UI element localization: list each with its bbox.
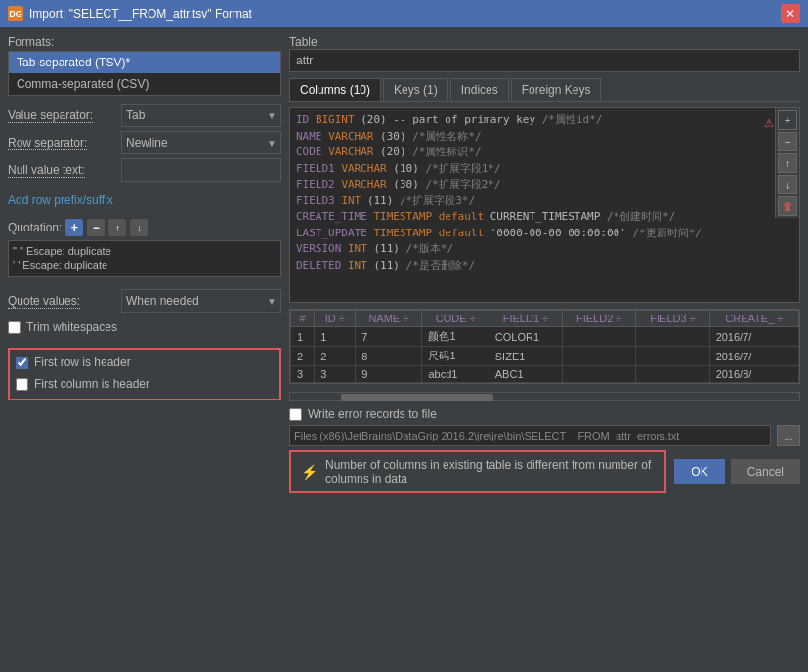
horizontal-scrollbar[interactable] xyxy=(289,392,800,401)
move-up-btn[interactable]: ↑ xyxy=(778,153,797,173)
quote-values-label: Quote values: xyxy=(8,294,115,308)
lightning-icon: ⚡ xyxy=(301,464,318,480)
cell: SIZE1 xyxy=(489,347,562,366)
cell: 2016/8/ xyxy=(709,366,798,383)
remove-column-btn[interactable]: − xyxy=(778,132,797,151)
chevron-down-icon: ▼ xyxy=(267,138,276,148)
sql-line-7: CREATE_TIME TIMESTAMP default CURRENT_TI… xyxy=(296,209,793,226)
warning-text: Number of columns in existing table is d… xyxy=(325,458,655,485)
null-value-input[interactable] xyxy=(121,158,281,182)
quotation-up-btn[interactable]: ↑ xyxy=(108,219,126,236)
preview-table-container: # ID ÷ NAME ÷ CODE ÷ FIELD1 ÷ FIELD2 ÷ F… xyxy=(289,309,800,384)
scrollbar-thumb xyxy=(341,394,493,401)
browse-btn[interactable]: ... xyxy=(777,425,800,446)
quotation-row-1: " " Escape: duplicate xyxy=(13,245,276,257)
cell: 9 xyxy=(356,366,422,383)
sql-line-4: FIELD1 VARCHAR (10) /*扩展字段1*/ xyxy=(296,161,793,178)
write-error-label: Write error records to file xyxy=(308,407,437,421)
sql-line-10: DELETED INT (11) /*是否删除*/ xyxy=(296,258,793,274)
cell: 7 xyxy=(356,327,422,347)
row-separator-label: Row separator: xyxy=(8,136,115,149)
tab-foreign-keys[interactable]: Foreign Keys xyxy=(511,78,602,101)
quotation-minus-btn[interactable]: − xyxy=(87,219,105,236)
table-name-input[interactable] xyxy=(289,49,800,72)
quotation-label: Quotation: xyxy=(8,221,62,234)
add-column-btn[interactable]: + xyxy=(778,110,797,130)
preview-table: # ID ÷ NAME ÷ CODE ÷ FIELD1 ÷ FIELD2 ÷ F… xyxy=(290,310,799,383)
cell xyxy=(563,366,636,383)
table-row: 2 2 8 尺码1 SIZE1 2016/7/ xyxy=(291,347,799,366)
quotation-header: Quotation: + − ↑ ↓ xyxy=(8,219,281,236)
move-down-btn[interactable]: ↓ xyxy=(778,175,797,194)
first-col-header-label: First column is header xyxy=(34,377,149,391)
titlebar-left: DG Import: "SELECT__FROM_attr.tsv" Forma… xyxy=(8,6,252,21)
first-col-header-checkbox[interactable] xyxy=(16,378,28,391)
sql-line-6: FIELD3 INT (11) /*扩展字段3*/ xyxy=(296,193,793,210)
cell xyxy=(636,366,709,383)
titlebar-title: Import: "SELECT__FROM_attr.tsv" Format xyxy=(29,7,252,21)
table-row: 3 3 9 abcd1 ABC1 2016/8/ xyxy=(291,366,799,383)
sql-line-3: CODE VARCHAR (20) /*属性标识*/ xyxy=(296,145,793,161)
cell xyxy=(563,347,636,366)
col-header-field3: FIELD3 ÷ xyxy=(636,311,709,327)
trim-whitespaces-row: Trim whitespaces xyxy=(8,320,281,334)
table-label: Table: xyxy=(289,35,800,49)
write-error-row: Write error records to file xyxy=(289,407,800,421)
first-row-header-row: First row is header xyxy=(16,356,274,369)
quote-values-select[interactable]: When needed ▼ xyxy=(121,289,281,313)
cancel-button[interactable]: Cancel xyxy=(731,459,800,484)
quotation-down-btn[interactable]: ↓ xyxy=(130,219,148,236)
trim-whitespaces-checkbox[interactable] xyxy=(8,321,21,334)
col-header-field1: FIELD1 ÷ xyxy=(489,311,562,327)
add-prefix-link[interactable]: Add row prefix/suffix xyxy=(8,193,281,207)
tab-keys[interactable]: Keys (1) xyxy=(383,78,448,101)
cell xyxy=(636,327,709,347)
first-row-header-checkbox[interactable] xyxy=(16,357,28,369)
ok-button[interactable]: OK xyxy=(674,459,724,484)
write-error-checkbox[interactable] xyxy=(289,408,302,421)
sql-line-1: ID BIGINT (20) -- part of primary key /*… xyxy=(296,112,793,129)
chevron-down-icon: ▼ xyxy=(267,296,276,307)
cell: 颜色1 xyxy=(422,327,489,347)
col-header-create: CREATE_ ÷ xyxy=(709,311,798,327)
error-file-row: ... xyxy=(289,425,800,446)
app-icon: DG xyxy=(8,6,23,21)
col-header-field2: FIELD2 ÷ xyxy=(563,311,636,327)
quotation-add-btn[interactable]: + xyxy=(65,219,83,236)
tab-columns[interactable]: Columns (10) xyxy=(289,78,381,101)
cell xyxy=(636,347,709,366)
cell: COLOR1 xyxy=(489,327,562,347)
row-num: 1 xyxy=(291,327,315,347)
close-button[interactable]: ✕ xyxy=(781,4,800,23)
sql-toolbar: + − ↑ ↓ 🗑 xyxy=(775,108,799,218)
warning-icon: ⚠ xyxy=(764,112,774,131)
table-row: 1 1 7 颜色1 COLOR1 2016/7/ xyxy=(291,327,799,347)
value-separator-label: Value separator: xyxy=(8,108,115,122)
sql-line-9: VERSION INT (11) /*版本*/ xyxy=(296,241,793,258)
null-value-label: Null value text: xyxy=(8,163,115,177)
col-header-id: ID ÷ xyxy=(315,311,356,327)
col-header-hash: # xyxy=(291,311,315,327)
tabs-bar: Columns (10) Keys (1) Indices Foreign Ke… xyxy=(289,78,800,102)
format-tsv[interactable]: Tab-separated (TSV)* xyxy=(9,52,280,73)
value-separator-select[interactable]: Tab ▼ xyxy=(121,104,281,127)
tab-indices[interactable]: Indices xyxy=(450,78,509,101)
error-file-input[interactable] xyxy=(289,425,771,446)
delete-column-btn[interactable]: 🗑 xyxy=(778,196,797,216)
warning-banner: ⚡ Number of columns in existing table is… xyxy=(289,450,666,493)
chevron-down-icon: ▼ xyxy=(267,110,276,121)
null-value-row: Null value text: xyxy=(8,158,281,182)
quotation-section: Quotation: + − ↑ ↓ " " Escape: duplicate… xyxy=(8,219,281,277)
first-col-header-row: First column is header xyxy=(16,377,274,391)
right-panel: Table: Columns (10) Keys (1) Indices For… xyxy=(289,35,800,664)
quotation-row-2: ' ' Escape: duplicate xyxy=(13,259,276,271)
cell xyxy=(563,327,636,347)
action-buttons: OK Cancel xyxy=(674,459,800,484)
cell: 2 xyxy=(315,347,356,366)
col-header-name: NAME ÷ xyxy=(356,311,422,327)
trim-whitespaces-label: Trim whitespaces xyxy=(26,320,117,334)
format-csv[interactable]: Comma-separated (CSV) xyxy=(9,73,280,95)
cell: abcd1 xyxy=(422,366,489,383)
row-separator-select[interactable]: Newline ▼ xyxy=(121,131,281,154)
formats-label: Formats: xyxy=(8,35,281,49)
